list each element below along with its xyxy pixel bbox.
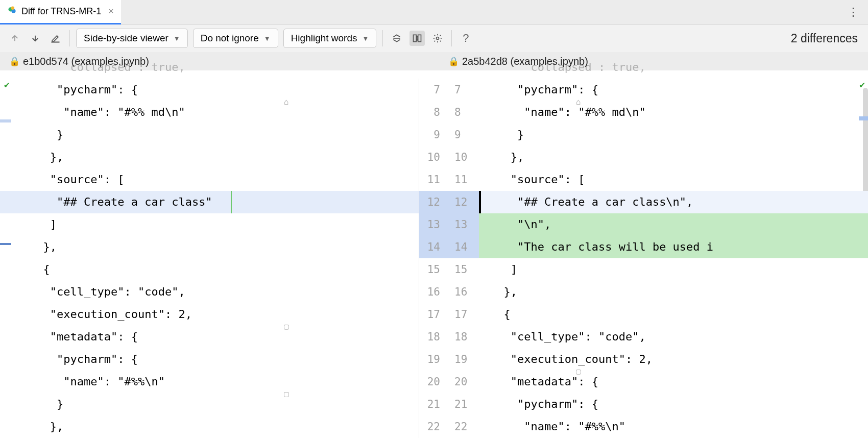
diff-row: "execution_count": 2,1717 { — [0, 303, 868, 326]
code-text[interactable]: collapsed : true, — [479, 56, 646, 79]
diff-row: "name": "#%% md\n"88 "name": "#%% md\n" — [0, 101, 868, 124]
line-number: 15 — [447, 258, 479, 281]
code-text[interactable]: "pycharm": { — [479, 393, 598, 415]
line-number: 11 — [419, 168, 447, 191]
line-number: 17 — [447, 303, 479, 326]
line-number: 16 — [447, 281, 479, 303]
diff-row: "## Create a car class"1212 "## Create a… — [0, 191, 868, 213]
fold-icon[interactable]: ⌂ — [284, 91, 289, 113]
code-text[interactable]: "cell_type": "code", — [0, 281, 185, 303]
line-number: 14 — [447, 236, 479, 258]
diff-row: ]1313 "\n", — [0, 213, 868, 236]
line-number: 15 — [419, 258, 447, 281]
line-number: 8 — [419, 101, 447, 124]
more-icon[interactable]: ⋮ — [838, 6, 868, 19]
collapse-unchanged-icon[interactable] — [389, 31, 404, 46]
close-icon[interactable]: × — [105, 6, 114, 17]
code-text[interactable]: collapsed : true, — [0, 56, 185, 79]
diff-row: }2121 "pycharm": { — [0, 393, 868, 415]
diff-row: "source": [1111 "source": [ — [0, 168, 868, 191]
diff-row: },1010 }, — [0, 146, 868, 168]
line-number: 10 — [419, 146, 447, 168]
line-number: 16 — [419, 281, 447, 303]
code-text[interactable]: { — [479, 303, 511, 326]
sync-scroll-icon[interactable] — [409, 31, 425, 46]
ignore-mode-dropdown[interactable]: Do not ignore ▼ — [193, 29, 278, 48]
code-text[interactable]: }, — [479, 281, 517, 303]
fold-icon[interactable]: ▢ — [576, 360, 581, 383]
line-number: 22 — [419, 415, 447, 438]
code-text[interactable]: { — [0, 258, 50, 281]
chevron-down-icon: ▼ — [264, 35, 271, 42]
line-number: 22 — [447, 415, 479, 438]
line-number: 9 — [447, 124, 479, 146]
prev-diff-icon[interactable] — [7, 31, 22, 46]
fold-icon[interactable]: ⌂ — [576, 91, 581, 113]
tab-diff[interactable]: Diff for TRNS-MR-1 × — [0, 0, 121, 24]
code-text[interactable]: "metadata": { — [0, 326, 138, 348]
code-text[interactable]: "The car class will be used i — [479, 236, 713, 258]
diff-viewer: ✔ ✔ collapsed : true, collapsed : true, … — [0, 70, 868, 441]
line-number: 20 — [447, 371, 479, 393]
svg-point-5 — [437, 37, 439, 40]
line-number: 13 — [419, 213, 447, 236]
next-diff-icon[interactable] — [28, 31, 43, 46]
line-number: 19 — [419, 348, 447, 371]
code-text[interactable]: }, — [0, 415, 63, 438]
settings-icon[interactable] — [430, 31, 445, 46]
code-text[interactable]: }, — [0, 236, 57, 258]
chevron-down-icon: ▼ — [174, 35, 180, 42]
diff-row: }99 } — [0, 124, 868, 146]
line-number: 12 — [419, 191, 447, 213]
code-text[interactable]: "name": "#%%\n" — [479, 415, 625, 438]
line-number: 14 — [419, 236, 447, 258]
highlight-mode-label: Highlight words — [291, 33, 357, 44]
code-text[interactable]: "source": [ — [0, 168, 124, 191]
viewer-mode-dropdown[interactable]: Side-by-side viewer ▼ — [76, 29, 188, 48]
diff-row: "pycharm": {77 "pycharm": { — [0, 79, 868, 101]
code-text[interactable]: } — [479, 124, 524, 146]
line-number: 7 — [447, 79, 479, 101]
code-text[interactable]: }, — [0, 146, 63, 168]
diff-row: collapsed : true, collapsed : true, — [0, 56, 868, 79]
code-text[interactable]: "pycharm": { — [0, 348, 138, 371]
line-number: 10 — [447, 146, 479, 168]
code-text[interactable]: "cell_type": "code", — [479, 326, 646, 348]
diff-toolbar: Side-by-side viewer ▼ Do not ignore ▼ Hi… — [0, 24, 868, 52]
diff-row: "name": "#%%\n"2020 "metadata": { — [0, 371, 868, 393]
tab-title: Diff for TRNS-MR-1 — [21, 6, 101, 17]
code-text[interactable]: "## Create a car class" — [0, 191, 212, 213]
code-text[interactable]: "## Create a car class\n", — [479, 191, 693, 213]
code-text[interactable]: } — [0, 393, 63, 415]
code-text[interactable]: } — [0, 124, 63, 146]
code-text[interactable]: "name": "#%%\n" — [0, 371, 165, 393]
diff-row: },1414 "The car class will be used i — [0, 236, 868, 258]
diff-row: {1515 ] — [0, 258, 868, 281]
fold-icon[interactable]: ▢ — [284, 315, 289, 338]
code-text[interactable]: }, — [479, 146, 524, 168]
edit-icon[interactable] — [48, 31, 63, 46]
line-number: 12 — [447, 191, 479, 213]
ignore-mode-label: Do not ignore — [201, 33, 259, 44]
code-text[interactable]: "\n", — [479, 213, 551, 236]
line-number: 8 — [447, 101, 479, 124]
code-text[interactable]: ] — [479, 258, 517, 281]
code-text[interactable]: "name": "#%% md\n" — [479, 101, 646, 124]
line-number: 21 — [447, 393, 479, 415]
line-number: 11 — [447, 168, 479, 191]
code-text[interactable]: "source": [ — [479, 168, 585, 191]
code-text[interactable]: "execution_count": 2, — [479, 348, 653, 371]
space-logo-icon — [7, 5, 17, 18]
code-text[interactable]: ] — [0, 213, 57, 236]
line-number: 21 — [419, 393, 447, 415]
fold-icon[interactable]: ▢ — [284, 383, 289, 405]
help-icon[interactable]: ? — [458, 31, 473, 46]
code-text[interactable]: "execution_count": 2, — [0, 303, 192, 326]
highlight-mode-dropdown[interactable]: Highlight words ▼ — [283, 29, 377, 48]
code-text[interactable]: "name": "#%% md\n" — [0, 101, 185, 124]
svg-rect-4 — [418, 35, 421, 41]
line-number: 13 — [447, 213, 479, 236]
code-text[interactable]: "pycharm": { — [0, 79, 138, 101]
diff-row: "pycharm": {1919 "execution_count": 2, — [0, 348, 868, 371]
diff-row: "cell_type": "code",1616 }, — [0, 281, 868, 303]
